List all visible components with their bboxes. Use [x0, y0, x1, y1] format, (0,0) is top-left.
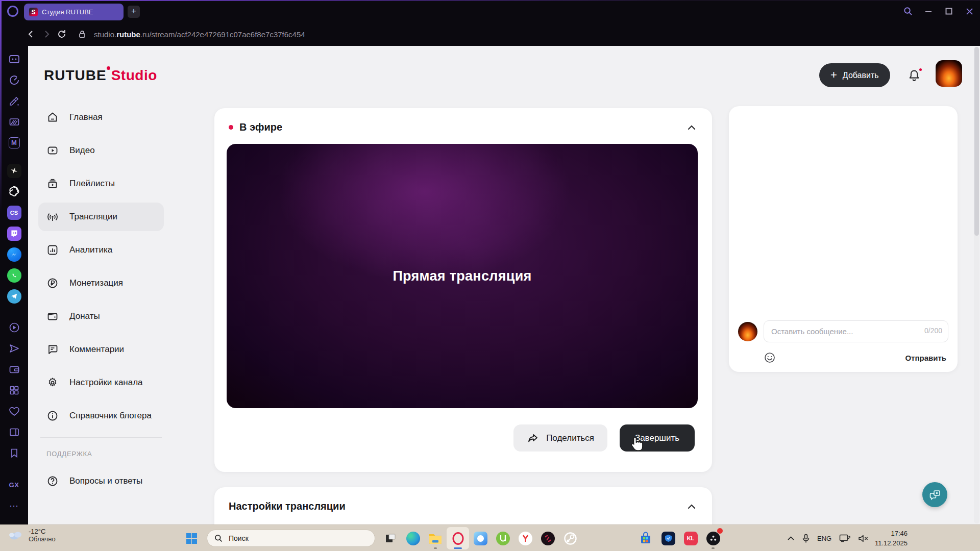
pinboards-grid-icon[interactable] [0, 380, 28, 400]
steam-app-icon[interactable] [559, 527, 581, 549]
browser-tab[interactable]: S Студия RUTUBE [24, 4, 124, 20]
support-chat-fab[interactable] [922, 482, 947, 507]
emoji-icon[interactable] [764, 352, 776, 364]
close-button[interactable] [963, 5, 976, 17]
notifications-bell-icon[interactable] [907, 68, 922, 84]
gx-profile-label[interactable]: GX [0, 474, 28, 495]
broadcast-settings-title: Настройки трансляции [229, 500, 687, 512]
taskbar-search[interactable]: Поиск [207, 530, 375, 547]
vpn-shield-app-icon[interactable] [657, 527, 679, 549]
bookmarks-icon[interactable] [0, 442, 28, 463]
whatsapp-app-icon[interactable] [0, 265, 28, 286]
question-icon [46, 475, 59, 487]
broadcast-settings-header[interactable]: Настройки трансляции [214, 487, 712, 512]
opera-gx-app-icon[interactable] [447, 527, 469, 549]
comments-icon [46, 343, 59, 356]
nav-item-comments[interactable]: Комментарии [38, 335, 164, 364]
share-button[interactable]: Поделиться [513, 424, 607, 452]
url-text[interactable]: studio.rutube.ru/stream/acf242e472691c07… [94, 30, 305, 39]
nav-item-video[interactable]: Видео [38, 136, 164, 165]
aria-send-icon[interactable] [0, 338, 28, 359]
stream-preview-text: Прямая трансляция [393, 268, 531, 284]
browser-addressbar: studio.rutube.ru/stream/acf242e472691c07… [0, 22, 980, 46]
speed-dial-icon[interactable] [0, 69, 28, 90]
yandex-app-icon[interactable] [514, 527, 536, 549]
settings-collapse-chevron-icon[interactable] [687, 502, 697, 512]
chatgpt-app-icon[interactable] [0, 181, 28, 202]
touch-keyboard-icon[interactable] [839, 534, 850, 543]
nav-item-donations[interactable]: Донаты [38, 302, 164, 331]
volume-muted-icon[interactable] [858, 534, 869, 543]
wallpaper-icon[interactable] [0, 111, 28, 132]
edge-app-icon[interactable] [402, 527, 424, 549]
nav-item-analytics[interactable]: Аналитика [38, 236, 164, 264]
forward-icon[interactable] [39, 27, 54, 42]
nav-item-blogger-guide[interactable]: Справочник блогера [38, 402, 164, 430]
taskbar-clock[interactable]: 17:46 11.12.2025 [875, 529, 908, 548]
channel-avatar[interactable] [936, 60, 962, 87]
telegram-app-icon[interactable] [0, 286, 28, 307]
cloud-icon [7, 528, 24, 542]
nav-item-playlists[interactable]: Плейлисты [38, 169, 164, 198]
tray-chevron-icon[interactable] [787, 536, 795, 541]
sidebar-heart-icon[interactable] [0, 400, 28, 421]
maximize-button[interactable] [942, 5, 955, 17]
info-icon [46, 410, 59, 422]
rutube-studio-logo[interactable]: RUTUBE Studio [44, 67, 157, 84]
sidebar-more-icon[interactable]: ⋯ [0, 495, 28, 516]
steam-icon [564, 532, 577, 545]
kl-app-icon[interactable]: KL [679, 527, 702, 549]
messenger-app-icon[interactable] [0, 244, 28, 265]
nav-item-monetization[interactable]: Монетизация [38, 269, 164, 297]
chat-message-input[interactable] [764, 320, 948, 342]
player-icon[interactable] [0, 317, 28, 338]
language-indicator[interactable]: ENG [817, 535, 831, 542]
mouse-cursor [629, 436, 645, 453]
chat-user-avatar [738, 322, 757, 341]
back-icon[interactable] [23, 27, 39, 42]
microphone-icon[interactable] [802, 534, 810, 543]
screen: S Студия RUTUBE + studio.rut [0, 0, 980, 551]
gx-corner-icon[interactable] [0, 48, 28, 69]
dark-red-app-icon[interactable] [536, 527, 559, 549]
broadcasts-icon [46, 211, 59, 223]
page-scrollbar[interactable] [974, 47, 979, 523]
collapse-chevron-icon[interactable] [687, 122, 697, 133]
cs-app-icon[interactable]: CS [0, 202, 28, 223]
file-explorer-app-icon[interactable] [424, 527, 447, 549]
reload-icon[interactable] [54, 27, 69, 42]
page-scrollbar-thumb[interactable] [974, 47, 979, 236]
microsoft-store-app-icon[interactable] [634, 527, 657, 549]
new-tab-button[interactable]: + [128, 6, 140, 18]
store-icon [639, 532, 652, 545]
browser-search-icon[interactable] [901, 5, 915, 17]
browser-titlebar: S Студия RUTUBE + [0, 0, 980, 22]
twitch-app-icon[interactable] [0, 223, 28, 244]
minimize-button[interactable] [922, 5, 935, 17]
lock-icon[interactable] [75, 27, 90, 42]
panels-icon[interactable] [0, 421, 28, 442]
nav-item-channel-settings[interactable]: Настройки канала [38, 368, 164, 397]
gear-icon [46, 377, 59, 389]
obs-app-icon[interactable] [702, 527, 724, 549]
start-button[interactable] [180, 527, 203, 549]
claude-app-icon[interactable] [0, 160, 28, 181]
nav-item-home[interactable]: Главная [38, 103, 164, 132]
plus-icon: + [830, 68, 837, 82]
weather-widget[interactable]: -12°C Облачно [7, 528, 56, 543]
nav-divider [40, 437, 162, 438]
live-card-header[interactable]: В эфире [214, 108, 712, 133]
wallet-icon[interactable] [0, 359, 28, 380]
windows-logo-icon [185, 532, 198, 545]
add-button[interactable]: + Добавить [819, 63, 890, 87]
cleaner-icon[interactable] [0, 90, 28, 111]
utorrent-app-icon[interactable] [492, 527, 514, 549]
nav-item-broadcasts[interactable]: Трансляции [38, 203, 164, 231]
chat-send-button[interactable]: Отправить [905, 354, 946, 362]
task-view-button[interactable] [379, 527, 402, 549]
blue-messenger-app-icon[interactable] [469, 527, 492, 549]
mods-icon[interactable]: M [0, 132, 28, 153]
opera-menu-icon[interactable] [7, 6, 18, 17]
windows-taskbar: -12°C Облачно Поиск [0, 524, 980, 551]
nav-item-faq[interactable]: Вопросы и ответы [38, 467, 164, 495]
